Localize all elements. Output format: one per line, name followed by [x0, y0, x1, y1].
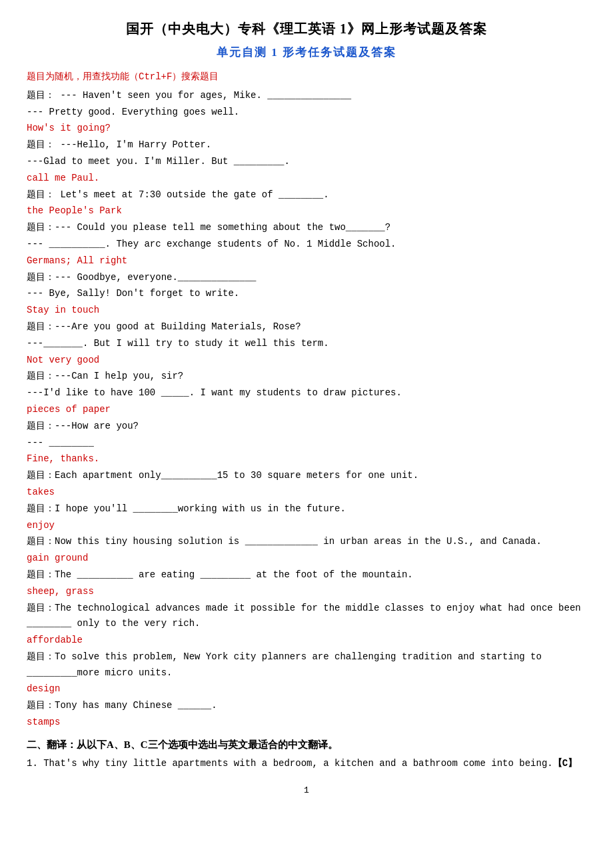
question-14-line1: 题目：To solve this problem, New York city … [27, 649, 586, 681]
question-1-line1: 题目： --- Haven't seen you for ages, Mike.… [27, 88, 586, 104]
question-6-line1: 题目：---Are you good at Building Materials… [27, 319, 586, 335]
page-container: 国开（中央电大）专科《理工英语 1》网上形考试题及答案 单元自测 1 形考任务试… [27, 20, 586, 795]
question-5-line1: 题目：--- Goodbye, everyone.______________ [27, 270, 586, 286]
answer-6: Not very good [27, 353, 586, 369]
sub-title: 单元自测 1 形考任务试题及答案 [27, 45, 586, 60]
question-7-line2: ---I'd like to have 100 _____. I want my… [27, 385, 586, 401]
question-2-line1: 题目： ---Hello, I'm Harry Potter. [27, 137, 586, 153]
answer-2: call me Paul. [27, 171, 586, 187]
question-4-line1: 题目：--- Could you please tell me somethin… [27, 220, 586, 236]
question-12-line1: 题目：The __________ are eating _________ a… [27, 567, 586, 583]
question-3-line1: 题目： Let's meet at 7:30 outside the gate … [27, 187, 586, 203]
section2-title: 二、翻译：从以下A、B、C三个选项中选出与英文最适合的中文翻译。 [27, 736, 586, 753]
answer-15: stamps [27, 715, 586, 731]
question-8-line1: 题目：---How are you? [27, 419, 586, 435]
question-9-line1: 题目：Each apartment only__________15 to 30… [27, 468, 586, 484]
question-4-line2: --- __________. They arc exchange studen… [27, 237, 586, 253]
answer-11: gain ground [27, 551, 586, 567]
main-title: 国开（中央电大）专科《理工英语 1》网上形考试题及答案 [27, 20, 586, 38]
answer-14: design [27, 681, 586, 697]
hint-text: 题目为随机，用查找功能（Ctrl+F）搜索题目 [27, 69, 586, 85]
answer-12: sheep, grass [27, 584, 586, 600]
question-15-line1: 题目：Tony has many Chinese ______. [27, 698, 586, 714]
question-8-line2: --- ________ [27, 435, 586, 451]
answer-1: How's it going? [27, 121, 586, 137]
q1-prefix: 题目： [27, 90, 55, 101]
question-2-line2: ---Glad to meet you. I'm Miller. But ___… [27, 154, 586, 170]
answer-10: enjoy [27, 518, 586, 534]
question-6-line2: ---_______. But I will try to study it w… [27, 336, 586, 352]
question-10-line1: 题目：I hope you'll ________working with us… [27, 501, 586, 517]
answer-5: Stay in touch [27, 303, 586, 319]
answer-3: the People's Park [27, 203, 586, 219]
page-number: 1 [27, 785, 586, 795]
question-13-line1: 题目：The technological advances made it po… [27, 601, 586, 633]
translation-q1-text: 1. That's why tiny little apartments wit… [27, 756, 586, 772]
answer-4: Germans; All right [27, 253, 586, 269]
answer-7: pieces of paper [27, 402, 586, 418]
question-11-line1: 题目：Now this tiny housing solution is ___… [27, 534, 586, 550]
question-5-line2: --- Bye, Sally! Don't forget to write. [27, 286, 586, 302]
answer-8: Fine, thanks. [27, 451, 586, 467]
answer-13: affordable [27, 633, 586, 649]
question-7-line1: 题目：---Can I help you, sir? [27, 369, 586, 385]
answer-9: takes [27, 485, 586, 501]
question-1-line2: --- Pretty good. Everything goes well. [27, 105, 586, 121]
translation-q1-answer: 【C】 [553, 758, 577, 769]
